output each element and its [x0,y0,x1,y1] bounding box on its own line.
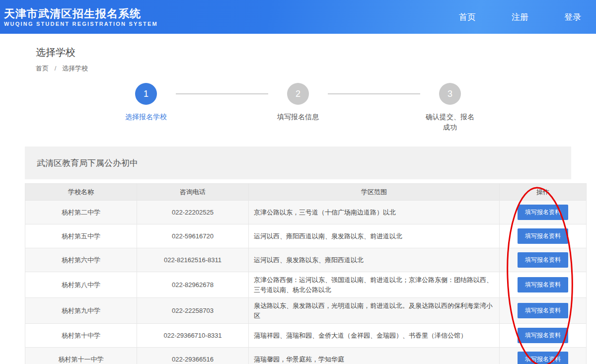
header-district: 学区范围 [249,184,500,201]
header-actions: 操作 [500,184,587,201]
phone-cell: 022-22202525 [137,201,249,224]
school-name-cell: 杨村第九中学 [25,298,137,324]
page-title: 选择学校 [36,46,571,59]
action-cell: 填写报名资料 [500,201,587,224]
registration-stepper: 1 选择报名学校 2 填写报名信息 3 确认提交、报名成功 [25,83,571,133]
school-name-cell: 杨村第二中学 [25,201,137,224]
table-row: 杨村第六中学 022-82162516-8311 运河以西、泉发路以东、雍阳西道… [25,248,587,272]
district-cell: 运河以西、泉发路以东、雍阳西道以北 [249,248,500,272]
step-3-circle: 3 [439,83,461,105]
page-root: 天津市武清区招生报名系统 WUQING STUDENT REGISTRATION… [0,0,596,364]
phone-cell: 022-22258703 [137,298,249,324]
step-connector-1 [176,93,268,94]
fill-registration-button[interactable]: 填写报名资料 [518,352,568,364]
step-1-circle: 1 [135,83,157,105]
action-cell: 填写报名资料 [500,298,587,324]
nav-register[interactable]: 注册 [512,11,528,23]
district-cell: 泉达路以东、泉发路以西，光明道以南，前进道以北。及泉达路以西的保利海棠湾小区 [249,298,500,324]
district-cell: 蒲瑞馨园，华景庭苑，学知华庭 [249,348,500,364]
step-2-fill-info: 2 填写报名信息 [268,83,328,122]
school-table-body: 杨村第二中学 022-22202525 京津公路以东，三号道（十信广场南边道路）… [25,201,587,364]
section-title: 武清区教育局下属公办初中 [25,146,571,179]
breadcrumb-home-link[interactable]: 首页 [36,65,49,72]
step-3-confirm-submit: 3 确认提交、报名成功 [420,83,480,133]
fill-registration-button[interactable]: 填写报名资料 [518,328,568,343]
phone-cell: 022-29366710-8331 [137,324,249,348]
school-name-cell: 杨村第六中学 [25,248,137,272]
fill-registration-button[interactable]: 填写报名资料 [518,277,568,292]
school-name-cell: 杨村第五中学 [25,224,137,248]
district-cell: 京津公路西侧：运河以东、强国道以南、前进道以北；京津公路东侧：团结路以西、三号道… [249,272,500,298]
step-2-circle: 2 [287,83,309,105]
nav-login[interactable]: 登录 [564,11,581,23]
district-cell: 运河以西、雍阳西道以南、泉发路以东、前进道以北 [249,224,500,248]
table-header-row: 学校名称 咨询电话 学区范围 操作 [25,184,587,201]
header-school-name: 学校名称 [25,184,137,201]
action-cell: 填写报名资料 [500,348,587,364]
phone-cell: 022-82162516-8311 [137,248,249,272]
brand-logo: 天津市武清区招生报名系统 WUQING STUDENT REGISTRATION… [4,7,158,27]
fill-registration-button[interactable]: 填写报名资料 [518,205,568,220]
phone-cell: 022-82962678 [137,272,249,298]
school-table-head: 学校名称 咨询电话 学区范围 操作 [25,184,587,201]
table-row: 杨村第八中学 022-82962678 京津公路西侧：运河以东、强国道以南、前进… [25,272,587,298]
district-cell: 京津公路以东，三号道（十信广场南边道路）以北 [249,201,500,224]
school-name-cell: 杨村第十一中学 [25,348,137,364]
table-row: 杨村第十一中学 022-29366516 蒲瑞馨园，华景庭苑，学知华庭 填写报名… [25,348,587,364]
step-1-label: 选择报名学校 [125,112,167,122]
main-content: 选择学校 首页 / 选择学校 1 选择报名学校 2 填写报名信息 3 确认提交、… [0,46,596,364]
nav-home[interactable]: 首页 [459,11,476,23]
breadcrumb: 首页 / 选择学校 [36,64,571,73]
school-name-cell: 杨村第十中学 [25,324,137,348]
table-row: 杨村第五中学 022-59616720 运河以西、雍阳西道以南、泉发路以东、前进… [25,224,587,248]
top-nav: 首页 注册 登录 [459,11,587,23]
step-3-label: 确认提交、报名成功 [424,112,476,133]
action-cell: 填写报名资料 [500,324,587,348]
action-cell: 填写报名资料 [500,248,587,272]
table-row: 杨村第二中学 022-22202525 京津公路以东，三号道（十信广场南边道路）… [25,201,587,224]
breadcrumb-current: 选择学校 [62,65,88,72]
phone-cell: 022-29366516 [137,348,249,364]
fill-registration-button[interactable]: 填写报名资料 [518,303,568,318]
table-row: 杨村第十中学 022-29366710-8331 蒲瑞祥园、蒲瑞和园、金侨大道（… [25,324,587,348]
step-2-label: 填写报名信息 [277,112,319,122]
district-cell: 蒲瑞祥园、蒲瑞和园、金侨大道（金祥园、金瑞园）、书香里（泽信公馆） [249,324,500,348]
top-header: 天津市武清区招生报名系统 WUQING STUDENT REGISTRATION… [0,0,596,34]
school-table: 学校名称 咨询电话 学区范围 操作 杨村第二中学 022-22202525 京津… [25,183,587,364]
phone-cell: 022-59616720 [137,224,249,248]
table-row: 杨村第九中学 022-22258703 泉达路以东、泉发路以西，光明道以南，前进… [25,298,587,324]
school-list-card: 武清区教育局下属公办初中 学校名称 咨询电话 学区范围 操作 杨村第二中学 02… [25,146,571,364]
step-connector-2 [328,93,420,94]
action-cell: 填写报名资料 [500,272,587,298]
action-cell: 填写报名资料 [500,224,587,248]
fill-registration-button[interactable]: 填写报名资料 [518,252,568,268]
site-subtitle: WUQING STUDENT REGISTRATION SYSTEM [4,21,158,27]
school-name-cell: 杨村第八中学 [25,272,137,298]
header-phone: 咨询电话 [137,184,249,201]
breadcrumb-separator: / [55,65,57,72]
fill-registration-button[interactable]: 填写报名资料 [518,228,568,244]
step-1-select-school: 1 选择报名学校 [116,83,176,122]
site-title: 天津市武清区招生报名系统 [4,7,158,21]
